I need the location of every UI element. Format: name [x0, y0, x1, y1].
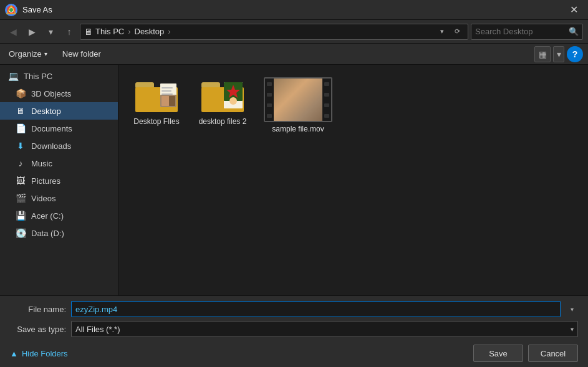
svg-rect-7 [161, 87, 173, 88]
title-bar: Save As ✕ [0, 0, 588, 20]
video-strip-right [322, 79, 331, 121]
breadcrumb-sep-2: › [168, 27, 170, 36]
address-icon: 🖥 [84, 27, 93, 37]
list-item[interactable]: sample file.mov [261, 75, 335, 137]
sidebar-item-videos[interactable]: 🎬 Videos [0, 189, 118, 207]
file-name-folder2: desktop files 2 [199, 117, 247, 127]
savetype-dropdown-icon: ▾ [571, 326, 574, 333]
list-item[interactable]: Desktop FIles [128, 75, 185, 137]
sidebar-label-this-pc: This PC [24, 72, 52, 81]
address-refresh-button[interactable]: ⟳ [450, 24, 464, 39]
sidebar-label-documents: Documents [31, 124, 72, 133]
bottom-actions: ▲ Hide Folders Save Cancel [10, 341, 578, 362]
file-name-folder1: Desktop FIles [133, 117, 179, 127]
back-button[interactable]: ◀ [5, 24, 21, 40]
sidebar-label-videos: Videos [31, 194, 56, 203]
data-d-icon: 💽 [15, 227, 26, 239]
title-bar-text: Save As [22, 5, 564, 14]
sidebar-label-desktop: Desktop [31, 107, 61, 116]
sidebar: 💻 This PC 📦 3D Objects 🖥 Desktop 📄 Docum… [0, 65, 118, 295]
up-button[interactable]: ↑ [61, 24, 77, 40]
svg-rect-12 [169, 96, 175, 106]
organize-label: Organize [9, 49, 42, 59]
savetype-label: Save as type: [10, 325, 66, 334]
sidebar-label-music: Music [31, 159, 52, 168]
video-strip-left [265, 79, 274, 121]
savetype-value: All Files (*.*) [75, 325, 120, 334]
acer-c-icon: 💾 [15, 210, 26, 221]
filename-row: File name: ▾ [10, 301, 578, 317]
save-button[interactable]: Save [473, 345, 523, 362]
content-area: 💻 This PC 📦 3D Objects 🖥 Desktop 📄 Docum… [0, 65, 588, 295]
savetype-select[interactable]: All Files (*.*) ▾ [71, 321, 578, 337]
3d-objects-icon: 📦 [15, 88, 26, 99]
savetype-row: Save as type: All Files (*.*) ▾ [10, 321, 578, 337]
close-button[interactable]: ✕ [564, 1, 583, 19]
navigation-bar: ◀ ▶ ▾ ↑ 🖥 This PC › Desktop › ▾ ⟳ 🔍 [0, 20, 588, 44]
app-icon [5, 4, 17, 16]
list-item[interactable]: desktop files 2 [195, 75, 251, 137]
address-bar[interactable]: 🖥 This PC › Desktop › ▾ ⟳ [80, 24, 468, 40]
sidebar-label-data-d: Data (D:) [31, 229, 64, 238]
cancel-button[interactable]: Cancel [528, 345, 578, 362]
folder-icon [134, 77, 179, 115]
search-icon[interactable]: 🔍 [569, 27, 579, 36]
hide-folders-arrow: ▲ [10, 349, 18, 358]
svg-point-3 [9, 8, 13, 12]
sidebar-label-downloads: Downloads [31, 141, 71, 151]
svg-rect-8 [161, 90, 171, 92]
action-buttons: Save Cancel [473, 345, 578, 362]
sidebar-label-acer-c: Acer (C:) [31, 211, 64, 221]
file-name-video1: sample file.mov [272, 125, 324, 135]
folder-icon [200, 77, 245, 115]
view-dropdown-button[interactable]: ▾ [553, 46, 564, 62]
filename-dropdown-arrow[interactable]: ▾ [566, 306, 578, 313]
downloads-icon: ⬇ [15, 140, 26, 151]
sidebar-item-desktop[interactable]: 🖥 Desktop [0, 102, 118, 120]
file-area: Desktop FIles deskto [118, 65, 588, 295]
sidebar-item-downloads[interactable]: ⬇ Downloads [0, 137, 118, 155]
bottom-panel: File name: ▾ Save as type: All Files (*.… [0, 295, 588, 367]
breadcrumb-this-pc[interactable]: This PC [95, 27, 124, 36]
sidebar-label-pictures: Pictures [31, 176, 60, 186]
svg-rect-11 [161, 96, 169, 106]
search-input[interactable] [475, 27, 566, 36]
view-button[interactable]: ▦ [534, 46, 551, 62]
sidebar-item-music[interactable]: ♪ Music [0, 155, 118, 172]
dropdown-button[interactable]: ▾ [42, 24, 59, 40]
desktop-icon: 🖥 [15, 105, 26, 117]
svg-rect-9 [161, 93, 173, 95]
hide-folders-label: Hide Folders [22, 349, 68, 358]
search-bar[interactable]: 🔍 [471, 24, 583, 40]
sidebar-item-3d-objects[interactable]: 📦 3D Objects [0, 85, 118, 102]
hide-folders-button[interactable]: ▲ Hide Folders [10, 349, 68, 358]
dialog-body: 💻 This PC 📦 3D Objects 🖥 Desktop 📄 Docum… [0, 65, 588, 367]
videos-icon: 🎬 [15, 193, 26, 204]
organize-dropdown-icon: ▾ [44, 50, 47, 57]
sidebar-label-3d-objects: 3D Objects [31, 89, 71, 98]
address-dropdown-button[interactable]: ▾ [435, 24, 449, 39]
pictures-icon: 🖼 [15, 175, 26, 186]
breadcrumb-desktop[interactable]: Desktop [135, 27, 165, 36]
sidebar-item-documents[interactable]: 📄 Documents [0, 120, 118, 137]
organize-bar: Organize ▾ New folder ▦ ▾ ? [0, 44, 588, 65]
filename-label: File name: [10, 305, 66, 314]
this-pc-icon: 💻 [7, 70, 19, 82]
forward-button[interactable]: ▶ [24, 24, 40, 40]
filename-input[interactable] [71, 301, 561, 317]
sidebar-item-this-pc[interactable]: 💻 This PC [0, 67, 118, 85]
svg-point-18 [229, 97, 237, 105]
sidebar-item-pictures[interactable]: 🖼 Pictures [0, 172, 118, 189]
sidebar-item-acer-c[interactable]: 💾 Acer (C:) [0, 207, 118, 224]
documents-icon: 📄 [15, 123, 26, 134]
organize-button[interactable]: Organize ▾ [5, 47, 51, 61]
video-content [265, 79, 331, 121]
sidebar-item-data-d[interactable]: 💽 Data (D:) [0, 224, 118, 242]
new-folder-button[interactable]: New folder [59, 47, 105, 61]
help-button[interactable]: ? [567, 46, 583, 62]
breadcrumb-sep-1: › [128, 27, 130, 36]
address-bar-controls: ▾ ⟳ [435, 24, 464, 39]
music-icon: ♪ [15, 158, 26, 169]
organize-bar-right: ▦ ▾ ? [534, 46, 583, 62]
video-thumbnail [264, 77, 332, 122]
